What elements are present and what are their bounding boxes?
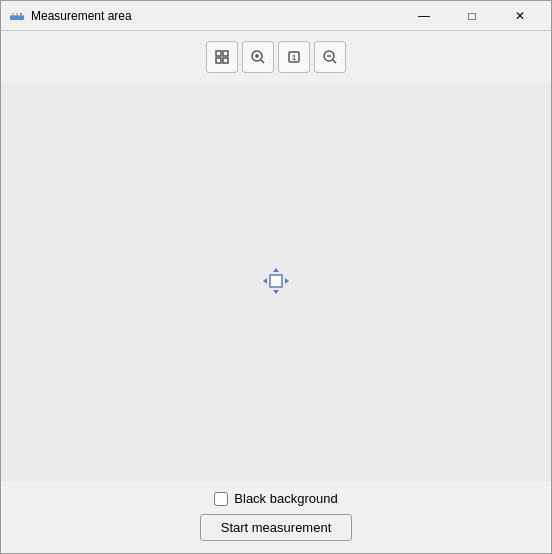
minimize-button[interactable]: —: [401, 1, 447, 31]
bottom-panel: Black background Start measurement: [1, 481, 551, 553]
svg-rect-8: [223, 58, 228, 63]
svg-rect-5: [216, 51, 221, 56]
svg-marker-22: [285, 278, 289, 284]
svg-rect-6: [223, 51, 228, 56]
svg-line-12: [261, 60, 264, 63]
svg-line-17: [333, 60, 336, 63]
svg-rect-7: [216, 58, 221, 63]
app-icon: [9, 8, 25, 24]
zoom-reset-button[interactable]: 1: [278, 41, 310, 73]
maximize-button[interactable]: □: [449, 1, 495, 31]
move-cursor-icon: [260, 265, 292, 297]
checkbox-row: Black background: [214, 491, 337, 506]
zoom-reset-icon: 1: [286, 49, 302, 65]
main-window: Measurement area — □ ✕: [0, 0, 552, 554]
zoom-out-icon: [322, 49, 338, 65]
toolbar: 1: [1, 31, 551, 81]
title-bar-left: Measurement area: [9, 8, 132, 24]
canvas-area[interactable]: [1, 81, 551, 481]
svg-marker-21: [263, 278, 267, 284]
zoom-in-icon: [250, 49, 266, 65]
svg-marker-19: [273, 268, 279, 272]
svg-rect-1: [12, 13, 14, 15]
zoom-in-button[interactable]: [242, 41, 274, 73]
black-background-label[interactable]: Black background: [234, 491, 337, 506]
svg-rect-18: [270, 275, 282, 287]
svg-text:1: 1: [292, 54, 296, 61]
fit-to-window-button[interactable]: [206, 41, 238, 73]
black-background-checkbox[interactable]: [214, 492, 228, 506]
start-measurement-button[interactable]: Start measurement: [200, 514, 353, 541]
svg-rect-3: [20, 13, 22, 15]
window-title: Measurement area: [31, 9, 132, 23]
fit-icon: [214, 49, 230, 65]
svg-marker-20: [273, 290, 279, 294]
svg-rect-2: [16, 13, 18, 15]
title-bar: Measurement area — □ ✕: [1, 1, 551, 31]
zoom-out-button[interactable]: [314, 41, 346, 73]
close-button[interactable]: ✕: [497, 1, 543, 31]
title-bar-controls: — □ ✕: [401, 1, 543, 31]
svg-rect-0: [10, 15, 24, 20]
